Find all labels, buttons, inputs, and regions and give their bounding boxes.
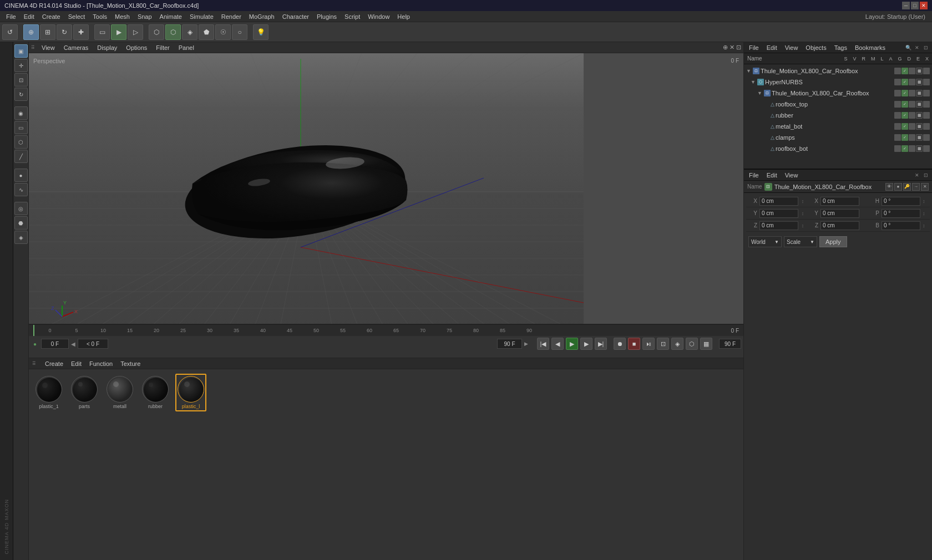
timeline-next-key-btn[interactable]: ▶ (580, 338, 592, 350)
toolbar-obj5-btn[interactable]: ☉ (215, 24, 231, 40)
timeline-frame-input[interactable] (41, 339, 69, 349)
timeline-endframe-input[interactable] (497, 339, 522, 349)
tool-point[interactable]: ● (14, 169, 28, 182)
om-search-icon[interactable]: 🔍 (904, 44, 912, 52)
am-y-input[interactable] (759, 209, 798, 218)
am-h-input[interactable] (882, 197, 920, 206)
viewport-menu-view[interactable]: View (39, 44, 57, 51)
viewport-menu-options[interactable]: Options (124, 44, 149, 51)
tool-brush[interactable]: ◎ (14, 202, 28, 215)
am-expand-icon[interactable]: ⊡ (922, 171, 930, 179)
am-b-input[interactable] (882, 221, 920, 230)
toolbar-obj4-btn[interactable]: ⬟ (199, 24, 214, 40)
om-menu-edit[interactable]: Edit (764, 43, 780, 52)
menu-character[interactable]: Character (278, 12, 313, 21)
toolbar-render2-btn[interactable]: ▶ (111, 24, 126, 40)
tool-edge[interactable]: ╱ (14, 150, 28, 163)
material-item-parts[interactable]: parts (69, 374, 100, 411)
material-item-rubber[interactable]: rubber (140, 374, 171, 411)
om-close-icon[interactable]: ✕ (913, 44, 921, 52)
om-expand-icon[interactable]: ⊡ (922, 44, 930, 52)
viewport-handle-icon[interactable]: ⠿ (31, 45, 35, 50)
viewport-menu-cameras[interactable]: Cameras (62, 44, 91, 51)
apply-button[interactable]: Apply (819, 236, 847, 247)
om-row-thule-l2[interactable]: ▼ ⊡ Thule_Motion_XL800_Car_Roofbox ✓ ▦ (744, 88, 932, 99)
tool-paint[interactable]: ⬣ (14, 216, 28, 230)
om-row-thule-root[interactable]: ▼ ⊡ Thule_Motion_XL800_Car_Roofbox ✓ ▦ (744, 65, 932, 77)
toolbar-render1-btn[interactable]: ▭ (94, 24, 110, 40)
am-dot-btn[interactable]: ● (894, 183, 902, 191)
materials-menu-texture[interactable]: Texture (117, 359, 144, 368)
minimize-button[interactable]: ─ (902, 2, 910, 9)
materials-menu-function[interactable]: Function (86, 359, 116, 368)
toolbar-undo-btn[interactable]: ↺ (2, 24, 18, 40)
timeline-nla-btn[interactable]: ⬡ (686, 338, 698, 350)
material-item-plastic1[interactable]: plastic_1 (33, 374, 64, 411)
menu-snap[interactable]: Snap (134, 12, 156, 21)
viewport-menu-filter[interactable]: Filter (154, 44, 171, 51)
am-z-input[interactable] (759, 221, 798, 230)
om-toggle-thule-l2[interactable]: ▼ (757, 90, 763, 96)
toolbar-move-btn[interactable]: ⊕ (23, 24, 39, 40)
om-menu-view[interactable]: View (782, 43, 801, 52)
timeline-prev-key-btn[interactable]: ◀ (551, 338, 564, 350)
tool-select[interactable]: ▣ (14, 44, 28, 58)
om-menu-file[interactable]: File (746, 43, 762, 52)
am-hy-input[interactable] (820, 209, 859, 218)
tool-scale[interactable]: ⊡ (14, 73, 28, 86)
toolbar-obj3-btn[interactable]: ◈ (182, 24, 197, 40)
am-scale-dropdown[interactable]: Scale ▼ (784, 236, 817, 247)
menu-edit[interactable]: Edit (20, 12, 38, 21)
toolbar-obj6-btn[interactable]: ○ (232, 24, 247, 40)
close-button[interactable]: ✕ (920, 2, 928, 9)
timeline-goto-end-btn[interactable]: ▶| (595, 338, 607, 350)
om-menu-tags[interactable]: Tags (832, 43, 850, 52)
materials-handle-icon[interactable]: ⠿ (32, 361, 36, 366)
am-menu-file[interactable]: File (746, 171, 762, 180)
menu-animate[interactable]: Animate (156, 12, 186, 21)
timeline-record-btn[interactable]: ⏺ (614, 338, 626, 350)
toolbar-obj2-btn[interactable]: ⬡ (165, 24, 181, 40)
menu-mesh[interactable]: Mesh (111, 12, 134, 21)
timeline-motion-btn[interactable]: ◈ (671, 338, 683, 350)
tool-polygon[interactable]: ⬡ (14, 135, 28, 149)
menu-script[interactable]: Script (341, 12, 364, 21)
am-menu-view[interactable]: View (782, 171, 801, 180)
viewport-3d[interactable]: X Y Z (29, 53, 743, 324)
materials-menu-edit[interactable]: Edit (68, 359, 85, 368)
am-arrow-btn[interactable]: → (912, 183, 920, 191)
am-eyeball-btn[interactable]: 👁 (885, 183, 893, 191)
om-toggle-hypernurbs[interactable]: ▼ (751, 79, 756, 85)
timeline-goto-start-btn[interactable]: |◀ (537, 338, 549, 350)
material-item-plasticl[interactable]: plastic_l (175, 374, 206, 411)
tool-rect-select[interactable]: ▭ (14, 121, 28, 134)
toolbar-render3-btn[interactable]: ▷ (128, 24, 143, 40)
am-p-input[interactable] (882, 209, 920, 218)
toolbar-light-btn[interactable]: 💡 (253, 24, 269, 40)
am-x-input[interactable] (759, 197, 798, 206)
viewport-icon-plus[interactable]: ⊕ (723, 44, 728, 51)
viewport-icon-expand[interactable]: ⊡ (736, 44, 741, 51)
tool-sculpt[interactable]: ◈ (14, 231, 28, 244)
materials-menu-create[interactable]: Create (42, 359, 67, 368)
timeline-keys-btn[interactable]: ⊡ (657, 338, 669, 350)
toolbar-scale-btn[interactable]: ⊞ (40, 24, 55, 40)
timeline-play-btn[interactable]: ▶ (566, 338, 578, 350)
om-row-rubber[interactable]: ▼ △ rubber ✓ ▦ (744, 110, 932, 121)
toolbar-rotate-btn[interactable]: ↻ (57, 24, 72, 40)
timeline-auto-btn[interactable]: ⏯ (642, 338, 655, 350)
am-close-icon[interactable]: ✕ (913, 171, 921, 179)
am-hz-input[interactable] (820, 221, 859, 230)
menu-help[interactable]: Help (393, 12, 414, 21)
tool-rotate[interactable]: ↻ (14, 88, 28, 101)
maximize-button[interactable]: □ (911, 2, 919, 9)
viewport-menu-display[interactable]: Display (95, 44, 119, 51)
timeline-total-frame-input[interactable] (719, 339, 741, 349)
viewport-icon-close[interactable]: ✕ (730, 44, 735, 51)
menu-create[interactable]: Create (38, 12, 64, 21)
menu-mograph[interactable]: MoGraph (245, 12, 278, 21)
om-row-hypernurbs[interactable]: ▼ ⬡ HyperNURBS ✓ ▦ (744, 77, 932, 88)
toolbar-add-btn[interactable]: ✚ (73, 24, 89, 40)
am-key-btn[interactable]: 🔑 (903, 183, 911, 191)
am-menu-edit[interactable]: Edit (764, 171, 780, 180)
